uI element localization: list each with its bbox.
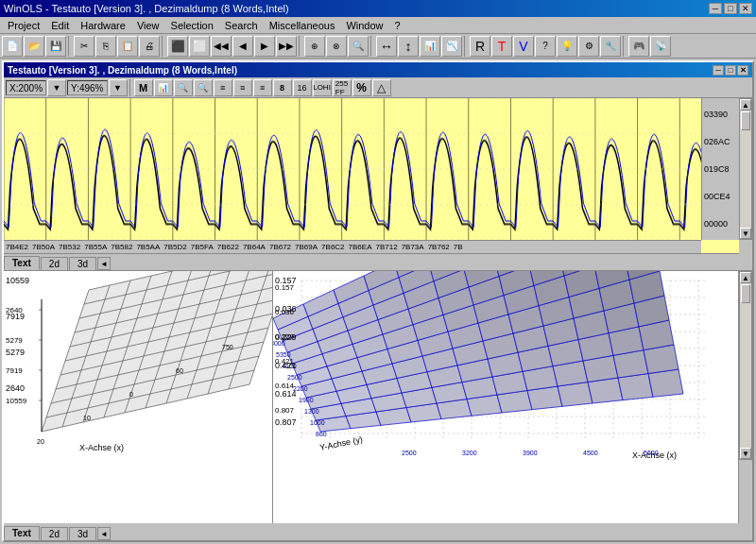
itb-btn5[interactable]: ≡: [214, 79, 232, 96]
minimize-button[interactable]: ─: [709, 3, 722, 14]
btab-2d[interactable]: 2d: [41, 527, 68, 540]
itb-btn4[interactable]: 🔍: [194, 79, 213, 96]
tb-btn12[interactable]: ⊗: [326, 36, 347, 57]
inner-close[interactable]: ✕: [737, 65, 748, 76]
menu-hardware[interactable]: Hardware: [75, 19, 131, 32]
tb-new[interactable]: 📄: [2, 36, 23, 57]
menu-miscellaneous[interactable]: Miscellaneous: [264, 19, 341, 32]
inner-minimize[interactable]: ─: [713, 65, 724, 76]
tb-btn15[interactable]: ↕: [398, 36, 419, 57]
menu-window[interactable]: Window: [340, 19, 388, 32]
tab-text[interactable]: Text: [4, 256, 40, 270]
x-label-12: 7B6C2: [319, 243, 346, 251]
itb-btn2[interactable]: 📊: [154, 79, 173, 96]
tb-btn5[interactable]: ⬛: [167, 36, 188, 57]
x-label-15: 7B73A: [400, 243, 426, 251]
itb-btn8[interactable]: 8: [273, 79, 292, 96]
scroll-up[interactable]: ▲: [740, 99, 751, 110]
menu-help[interactable]: ?: [389, 19, 406, 32]
tb-btn18[interactable]: R: [470, 36, 490, 57]
itb-btn10[interactable]: LOHI: [313, 79, 332, 96]
x-label-6: 7B5D2: [162, 243, 188, 251]
y3d-r-5: 0.614: [275, 389, 297, 399]
tb-btn7[interactable]: ◀◀: [211, 36, 232, 57]
x-label-3: 7B55A: [82, 243, 109, 251]
views-scrollbar[interactable]: ▲ ▼: [739, 271, 752, 460]
itb-btn1[interactable]: M: [134, 79, 153, 96]
x-label-17: 7B: [452, 243, 465, 251]
restore-button[interactable]: □: [724, 3, 737, 14]
tab-3d[interactable]: 3d: [69, 257, 96, 270]
itb-btn9[interactable]: 16: [293, 79, 312, 96]
x-label-4: 7B582: [109, 243, 134, 251]
tb-btn13[interactable]: 🔍: [348, 36, 369, 57]
views-scroll-thumb[interactable]: [741, 284, 750, 303]
tb-open[interactable]: 📂: [24, 36, 44, 57]
tb-btn11[interactable]: ⊕: [304, 36, 325, 57]
waveform-canvas: [4, 98, 722, 240]
tb-btn14[interactable]: ↔: [376, 36, 397, 57]
tb-btn24[interactable]: 🔧: [600, 36, 621, 57]
views-scroll-track[interactable]: [740, 283, 751, 448]
menu-project[interactable]: Project: [2, 19, 45, 32]
itb-btn12[interactable]: %: [352, 79, 371, 96]
title-bar-buttons: ─ □ ✕: [709, 3, 752, 14]
tab-left-arrow[interactable]: ◄: [97, 257, 111, 270]
tb-btn26[interactable]: 📡: [650, 36, 671, 57]
inner-maximize[interactable]: □: [725, 65, 736, 76]
tb-btn10[interactable]: ▶▶: [276, 36, 297, 57]
y-label-5: 00000: [704, 219, 737, 229]
waveform-scrollbar[interactable]: ▲ ▼: [739, 98, 752, 240]
btab-3d[interactable]: 3d: [69, 527, 96, 540]
y3d-r-3: 0.229: [275, 332, 297, 342]
menu-selection[interactable]: Selection: [165, 19, 219, 32]
itb-btn6[interactable]: ≡: [233, 79, 252, 96]
tb-btn25[interactable]: 🎮: [628, 36, 649, 57]
tb-save[interactable]: 💾: [45, 36, 66, 57]
views-scroll-down[interactable]: ▼: [740, 448, 751, 459]
scroll-track[interactable]: [740, 110, 751, 228]
x-label-7: 7B5FA: [189, 243, 215, 251]
y-label-4: 00CE4: [704, 192, 737, 201]
menu-view[interactable]: View: [131, 19, 165, 32]
tb-btn23[interactable]: ⚙: [578, 36, 599, 57]
tab-2d[interactable]: 2d: [41, 257, 68, 270]
inner-window: Testauto [Version 3]. , Dezimaldump (8 W…: [2, 60, 754, 542]
y3d-l-4: 2640: [6, 383, 29, 393]
tb-btn6[interactable]: ⬜: [189, 36, 210, 57]
y-zoom-label: Y:496%: [67, 80, 107, 95]
y3d-l-2: 7919: [6, 312, 29, 321]
btab-left-arrow[interactable]: ◄: [97, 527, 111, 540]
x-zoom-down[interactable]: ▼: [47, 79, 66, 96]
itb-btn3[interactable]: 🔍: [174, 79, 193, 96]
tb-btn16[interactable]: 📊: [420, 36, 440, 57]
scroll-thumb[interactable]: [741, 111, 750, 130]
menu-edit[interactable]: Edit: [45, 19, 75, 32]
tb-btn9[interactable]: ▶: [254, 36, 275, 57]
x-label-5: 7B5AA: [134, 243, 162, 251]
itb-btn13[interactable]: △: [372, 79, 391, 96]
y-zoom-down[interactable]: ▼: [109, 79, 128, 96]
tb-btn22[interactable]: 💡: [557, 36, 577, 57]
tb-cut[interactable]: ✂: [74, 36, 94, 57]
tb-btn8[interactable]: ◀: [232, 36, 253, 57]
tb-btn17[interactable]: 📉: [441, 36, 462, 57]
tb-sep5: [464, 36, 468, 57]
tb-copy[interactable]: ⎘: [95, 36, 116, 57]
canvas-3d-right: [273, 271, 717, 460]
tb-btn20[interactable]: V: [513, 36, 534, 57]
inner-title: Testauto [Version 3]. , Dezimaldump (8 W…: [4, 62, 752, 77]
views-scroll-up[interactable]: ▲: [740, 272, 751, 283]
close-button[interactable]: ✕: [739, 3, 752, 14]
itb-btn11[interactable]: 255FF: [333, 79, 352, 96]
tb-btn21[interactable]: ?: [535, 36, 556, 57]
y3d-l-3: 5279: [6, 348, 29, 357]
tb-print[interactable]: 🖨: [139, 36, 160, 57]
x-label-10: 7B672: [267, 243, 293, 251]
menu-search[interactable]: Search: [219, 19, 264, 32]
tb-btn19[interactable]: T: [491, 36, 512, 57]
tb-paste[interactable]: 📋: [117, 36, 138, 57]
scroll-down[interactable]: ▼: [740, 228, 751, 239]
btab-text[interactable]: Text: [4, 526, 40, 540]
itb-btn7[interactable]: ≡: [253, 79, 272, 96]
